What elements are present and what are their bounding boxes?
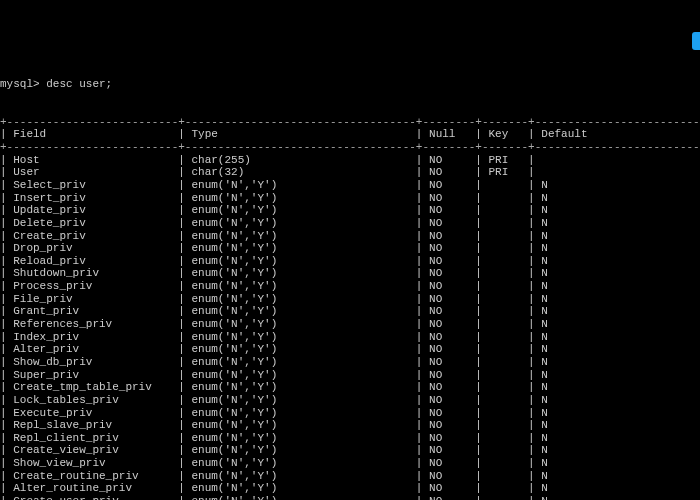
table-row: | Alter_priv | enum('N','Y') | NO | | N … [0,343,700,356]
table-row: | Host | char(255) | NO | PRI | | | [0,154,700,167]
mysql-prompt: mysql> desc user; [0,78,700,91]
table-row: | Update_priv | enum('N','Y') | NO | | N… [0,204,700,217]
table-row: | Create_tmp_table_priv | enum('N','Y') … [0,381,700,394]
terminal-output: mysql> desc user; +---------------------… [0,51,700,500]
table-row: | Repl_slave_priv | enum('N','Y') | NO |… [0,419,700,432]
table-border: +--------------------------+------------… [0,141,700,154]
table-row: | Create_routine_priv | enum('N','Y') | … [0,470,700,483]
table-row: | Show_db_priv | enum('N','Y') | NO | | … [0,356,700,369]
table-row: | Super_priv | enum('N','Y') | NO | | N … [0,369,700,382]
table-row: | Execute_priv | enum('N','Y') | NO | | … [0,407,700,420]
desc-table: +--------------------------+------------… [0,116,700,500]
table-row: | Repl_client_priv | enum('N','Y') | NO … [0,432,700,445]
table-row: | User | char(32) | NO | PRI | | | [0,166,700,179]
table-row: | Select_priv | enum('N','Y') | NO | | N… [0,179,700,192]
table-row: | Insert_priv | enum('N','Y') | NO | | N… [0,192,700,205]
table-row: | File_priv | enum('N','Y') | NO | | N |… [0,293,700,306]
table-header: | Field | Type | Null | Key | Default | … [0,128,700,141]
table-row: | Create_priv | enum('N','Y') | NO | | N… [0,230,700,243]
table-row: | Index_priv | enum('N','Y') | NO | | N … [0,331,700,344]
table-row: | Grant_priv | enum('N','Y') | NO | | N … [0,305,700,318]
table-border: +--------------------------+------------… [0,116,700,129]
table-row: | Lock_tables_priv | enum('N','Y') | NO … [0,394,700,407]
table-row: | Create_view_priv | enum('N','Y') | NO … [0,444,700,457]
table-row: | Drop_priv | enum('N','Y') | NO | | N |… [0,242,700,255]
table-row: | Process_priv | enum('N','Y') | NO | | … [0,280,700,293]
side-tab-indicator[interactable] [692,32,700,50]
table-row: | Create_user_priv | enum('N','Y') | NO … [0,495,700,500]
table-row: | Alter_routine_priv | enum('N','Y') | N… [0,482,700,495]
table-row: | Show_view_priv | enum('N','Y') | NO | … [0,457,700,470]
table-row: | Delete_priv | enum('N','Y') | NO | | N… [0,217,700,230]
table-row: | References_priv | enum('N','Y') | NO |… [0,318,700,331]
table-row: | Shutdown_priv | enum('N','Y') | NO | |… [0,267,700,280]
table-row: | Reload_priv | enum('N','Y') | NO | | N… [0,255,700,268]
